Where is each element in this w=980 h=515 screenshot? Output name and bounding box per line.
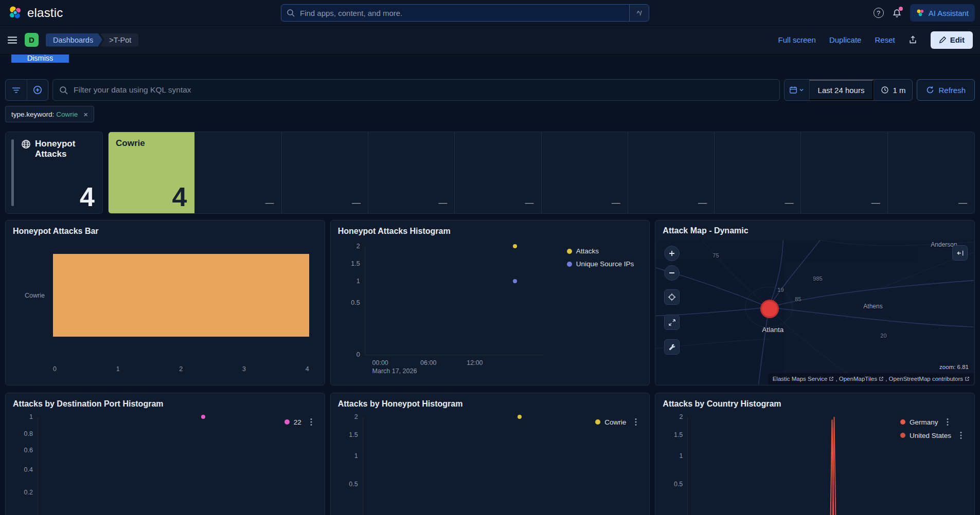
legend-kebab-menu-icon[interactable] [947,418,949,426]
share-button[interactable] [908,35,917,44]
filter-menu-button[interactable] [6,80,27,100]
refresh-button[interactable]: Refresh [917,79,975,101]
legend-item-port-22[interactable]: 22 [284,418,312,426]
crosshair-icon [668,293,676,301]
global-search[interactable]: ^/ [281,4,649,22]
cowrie-data-point[interactable] [518,415,522,419]
add-filter-button[interactable] [27,80,48,100]
ai-assistant-button[interactable]: AI Assistant [910,4,975,22]
empty-value-dash: — [871,198,880,208]
attribution-text: , OpenMapTiles [835,376,877,382]
breadcrumb-dashboards[interactable]: Dashboards [46,33,102,47]
menu-button[interactable] [7,35,17,45]
reset-button[interactable]: Reset [875,35,895,44]
y-tick: 0.5 [674,481,683,488]
global-search-input[interactable] [299,8,629,18]
metric-tile-value: 4 [172,181,187,212]
time-range-button[interactable]: Last 24 hours [809,80,874,100]
legend-dot [595,419,600,425]
attribution-elastic-maps-link[interactable]: Elastic Maps Service [773,376,834,382]
notifications-button[interactable] [892,8,902,18]
kql-search-bar[interactable] [52,79,780,101]
x-tick: 0 [53,365,57,373]
legend-item-cowrie[interactable]: Cowrie [595,418,637,426]
attribution-openmaptiles-link[interactable]: , OpenMapTiles [835,376,884,382]
kql-input[interactable] [73,85,773,95]
refresh-interval-button[interactable]: 1 m [874,80,912,100]
search-shortcut-hint: ^/ [629,5,649,21]
date-picker-calendar-button[interactable] [785,80,809,100]
filter-pill-field: type.keyword: [11,111,54,118]
metric-value: 4 [80,181,95,212]
road-label-19: 19 [777,287,783,293]
legend-item-attacks[interactable]: Attacks [567,247,634,255]
x-tick: 1 [116,365,120,373]
legend-kebab-menu-icon[interactable] [960,431,962,439]
road-label-985: 985 [813,275,822,282]
attribution-openstreetmap-link[interactable]: , OpenStreetMap contributors [885,376,970,382]
metric-tile-cowrie: Cowrie 4 [109,132,195,213]
legend-dot [900,419,905,425]
remove-filter-icon[interactable]: × [83,110,88,119]
set-view-button[interactable] [664,289,680,305]
y-tick: 1 [354,452,358,459]
metric-title: Honeypot Attacks [35,139,95,160]
panel-attacks-by-honeypot: Attacks by Honeypot Histogram 2 1.5 1 0.… [330,393,650,515]
empty-value-dash: — [438,198,447,208]
filter-pill[interactable]: type.keyword: Cowrie × [5,106,94,122]
x-tick: 3 [242,365,246,373]
unique-ips-data-point[interactable] [513,279,517,283]
share-icon [908,35,917,44]
port-22-data-point[interactable] [201,415,205,419]
full-screen-button[interactable]: Full screen [778,35,816,44]
metric-tile-empty: — [801,132,887,213]
space-avatar[interactable]: D [25,33,39,47]
map-tools-button[interactable] [664,339,680,355]
y-tick: 1 [679,452,683,459]
collapse-panel-icon [956,249,964,257]
legend-label: Attacks [576,247,599,255]
legend-item-unique-source-ips[interactable]: Unique Source IPs [567,260,634,268]
y-tick: 0 [357,351,360,358]
bar-cowrie[interactable] [53,254,309,337]
attribution-text: Elastic Maps Service [773,376,828,382]
country-spike-lines [688,417,894,515]
kql-search-icon [59,86,68,95]
dismiss-button-clipped: Dismiss [11,54,69,63]
query-bar: Last 24 hours 1 m Refresh [5,79,975,101]
dismiss-button[interactable]: Dismiss [11,54,69,63]
legend-kebab-menu-icon[interactable] [635,418,637,426]
empty-value-dash: — [352,198,361,208]
help-button[interactable] [874,8,884,18]
empty-value-dash: — [525,198,534,208]
brand[interactable]: elastic [8,6,63,20]
panel-title: Attacks by Honeypot Histogram [338,399,643,409]
bar-x-axis: 0 1 2 3 4 [53,365,309,373]
legend-item-united-states[interactable]: United States [900,431,962,439]
metric-tile-empty: — [888,132,974,213]
minus-icon [668,269,675,277]
empty-value-dash: — [265,198,274,208]
y-tick: 0.6 [24,447,33,454]
breadcrumb-current[interactable]: >T-Pot [100,33,138,47]
y-tick: 2 [679,413,683,420]
panel-title: Attack Map - Dynamic [663,226,748,235]
panel-honeypot-attacks-histogram: Honeypot Attacks Histogram 2 1.5 1 0.5 0… [330,220,650,385]
legend-label: United States [910,432,951,439]
toolbar-actions: Full screen Duplicate Reset Edit [778,31,973,49]
edit-button[interactable]: Edit [931,31,973,49]
map-canvas[interactable]: 75 985 19 85 20 Anderson Athens Atlanta [656,240,974,384]
attacks-data-point[interactable] [513,244,517,248]
legend-item-germany[interactable]: Germany [900,418,962,426]
legend-kebab-menu-icon[interactable] [310,418,312,426]
bar-category-label: Cowrie [25,292,45,299]
layer-panel-toggle-button[interactable] [952,245,968,261]
metric-tile-empty: — [715,132,801,213]
metric-tile-empty: — [455,132,541,213]
duplicate-button[interactable]: Duplicate [829,35,862,44]
ai-assistant-label: AI Assistant [929,9,969,17]
plus-icon [668,250,675,257]
fit-to-data-button[interactable] [664,315,680,330]
map-attribution: Elastic Maps Service , OpenMapTiles , Op… [769,373,974,384]
x-tick: 4 [306,365,309,373]
